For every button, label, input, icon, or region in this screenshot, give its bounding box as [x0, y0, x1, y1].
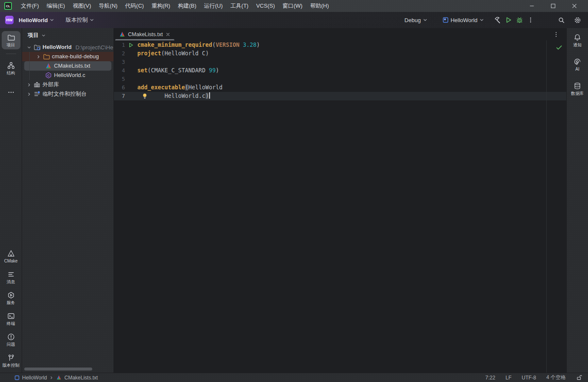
bell-icon [574, 34, 581, 41]
code-line-text[interactable] [137, 75, 566, 83]
code-line-text[interactable]: cmake_minimum_required(VERSION 3.28) [137, 41, 566, 49]
stripe-messages-button[interactable]: 消息 [2, 268, 20, 286]
module-icon [14, 375, 20, 380]
inspection-status-icon[interactable] [556, 44, 562, 51]
code-line-text[interactable]: set(CMAKE_C_STANDARD 99) [137, 66, 566, 75]
project-selector[interactable]: HelloWorld [14, 15, 56, 25]
unlocked-padlock-icon[interactable] [576, 374, 582, 381]
stripe-terminal-button[interactable]: 终端 [2, 310, 20, 328]
tree-item-helloworld-c[interactable]: C HelloWorld.c [22, 71, 114, 80]
stripe-version-control-button[interactable]: 版本控制 [2, 351, 20, 370]
run-gutter-icon[interactable] [127, 41, 135, 49]
code-line-text[interactable]: HelloWorld.c) [137, 92, 566, 100]
menu-refactor[interactable]: 重构(R) [148, 1, 174, 11]
stripe-cmake-button[interactable]: CMake [2, 247, 20, 265]
tree-item-label: HelloWorld.c [54, 71, 85, 80]
tab-close-icon[interactable] [165, 32, 170, 37]
menu-file[interactable]: 文件(F) [17, 1, 43, 11]
stripe-label: AI [575, 67, 579, 71]
menu-vcs[interactable]: VCS(S) [252, 1, 278, 11]
chevron-collapsed-icon[interactable] [26, 91, 31, 97]
tree-item-cmake-build-debug[interactable]: cmake-build-debug [22, 52, 114, 61]
project-panel: 项目 HelloWorld D:\project\C\He [22, 28, 114, 373]
tree-item-scratches[interactable]: 临时文件和控制台 [22, 89, 114, 99]
vcs-widget[interactable]: 版本控制 [64, 14, 96, 26]
gutter[interactable]: 5 [114, 75, 137, 83]
c-file-icon: C [45, 72, 52, 79]
project-panel-hscrollbar[interactable] [24, 368, 92, 371]
breadcrumb-project[interactable]: HelloWorld [22, 375, 47, 381]
stripe-notifications-button[interactable]: 通知 [568, 31, 587, 49]
stripe-structure-button[interactable]: 结构 [2, 59, 20, 77]
code-line[interactable]: 2project(HelloWorld C) [114, 49, 566, 58]
code-line[interactable]: 7 HelloWorld.c) [114, 92, 566, 100]
maximize-icon[interactable] [550, 3, 557, 9]
gutter[interactable]: 3 [114, 58, 137, 66]
tree-item-cmakelists[interactable]: CMakeLists.txt [24, 61, 111, 71]
chevron-collapsed-icon[interactable] [26, 82, 31, 87]
tree-item-label: 外部库 [43, 80, 59, 89]
run-configuration-selector[interactable]: HelloWorld [440, 15, 486, 25]
chevron-collapsed-icon[interactable] [36, 54, 41, 59]
line-separator[interactable]: LF [506, 375, 511, 381]
search-icon[interactable] [556, 14, 567, 26]
gutter[interactable]: 6 [114, 83, 137, 92]
tree-item-label: cmake-build-debug [52, 52, 99, 61]
menu-view[interactable]: 视图(V) [69, 1, 95, 11]
stripe-project-button[interactable]: 项目 [2, 31, 20, 49]
right-tool-stripe: 通知 AI 数据库 [566, 28, 588, 373]
indent-setting[interactable]: 4 个空格 [546, 374, 566, 381]
chevron-expanded-icon[interactable] [26, 45, 31, 50]
build-type-selector[interactable]: Debug [403, 15, 429, 25]
minimize-icon[interactable] [528, 3, 535, 9]
stripe-more-button[interactable] [2, 86, 20, 98]
excluded-folder-icon [43, 53, 50, 60]
code-line-text[interactable] [137, 58, 566, 66]
menu-edit[interactable]: 编辑(E) [43, 1, 69, 11]
tab-cmakelists[interactable]: CMakeLists.txt [115, 28, 175, 40]
build-hammer-icon[interactable] [492, 14, 503, 26]
menu-window[interactable]: 窗口(W) [279, 1, 307, 11]
stripe-problems-button[interactable]: 问题 [2, 331, 20, 349]
more-actions-icon[interactable] [525, 14, 536, 26]
project-folder-icon [34, 44, 40, 51]
debug-button-icon[interactable] [514, 14, 525, 26]
stripe-ai-button[interactable]: AI [568, 55, 587, 74]
editor-area[interactable]: CMakeLists.txt 1cmake_minimum_required(V… [114, 28, 566, 373]
project-panel-header[interactable]: 项目 [22, 28, 114, 43]
code-line[interactable]: 3 [114, 58, 566, 66]
window-controls [528, 3, 584, 9]
code-line[interactable]: 1cmake_minimum_required(VERSION 3.28) [114, 41, 566, 49]
code-line[interactable]: 5 [114, 75, 566, 83]
tree-item-project-root[interactable]: HelloWorld D:\project\C\He [22, 43, 114, 52]
editor-options-icon[interactable] [553, 31, 566, 38]
menu-tools[interactable]: 工具(T) [227, 1, 253, 11]
gutter[interactable]: 7 [114, 92, 137, 100]
code-line[interactable]: 6add_executable(HelloWorld [114, 83, 566, 92]
run-button-icon[interactable] [503, 14, 514, 26]
gutter[interactable]: 2 [114, 49, 137, 58]
code-line-text[interactable]: project(HelloWorld C) [137, 49, 566, 58]
menu-build[interactable]: 构建(B) [174, 1, 200, 11]
menu-help[interactable]: 帮助(H) [306, 1, 332, 11]
intention-bulb-icon[interactable] [142, 93, 148, 100]
file-encoding[interactable]: UTF-8 [522, 375, 536, 381]
stripe-database-button[interactable]: 数据库 [568, 80, 587, 98]
close-icon[interactable] [571, 3, 578, 9]
stripe-services-button[interactable]: 服务 [2, 289, 20, 307]
line-number: 3 [114, 58, 125, 66]
gutter[interactable]: 1 [114, 41, 137, 49]
code-line-text[interactable]: add_executable(HelloWorld [137, 83, 566, 92]
menu-navigate[interactable]: 导航(N) [95, 1, 121, 11]
cmake-file-icon [119, 31, 125, 37]
gutter[interactable]: 4 [114, 66, 137, 75]
settings-gear-icon[interactable] [572, 14, 583, 26]
caret-position[interactable]: 7:22 [486, 375, 495, 381]
code-line[interactable]: 4set(CMAKE_C_STANDARD 99) [114, 66, 566, 75]
code-area[interactable]: 1cmake_minimum_required(VERSION 3.28)2pr… [114, 40, 566, 100]
tree-item-external-libraries[interactable]: 外部库 [22, 80, 114, 89]
breadcrumb-file[interactable]: CMakeLists.txt [64, 375, 98, 381]
menu-code[interactable]: 代码(C) [121, 1, 148, 11]
menu-run[interactable]: 运行(U) [200, 1, 227, 11]
vcs-label: 版本控制 [65, 16, 88, 24]
